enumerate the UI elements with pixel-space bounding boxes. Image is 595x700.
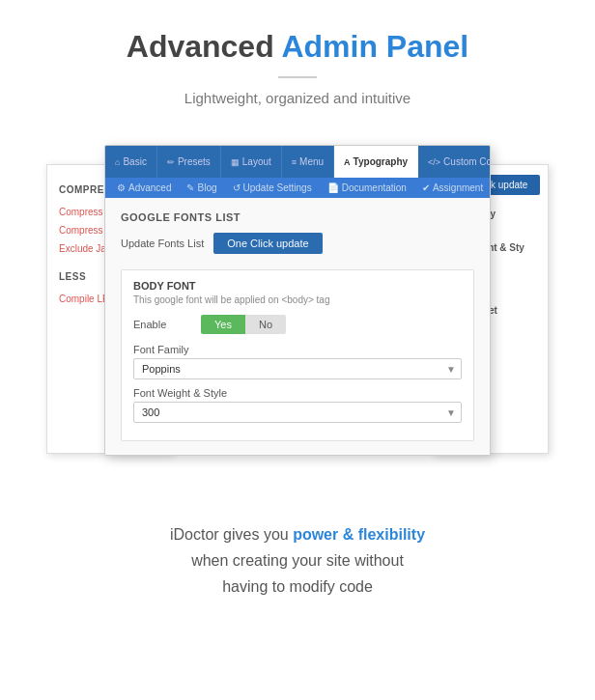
panel-body: GOOGLE FONTS LIST Update Fonts List One … — [105, 198, 490, 455]
bottom-line1-normal: iDoctor gives you — [170, 526, 293, 543]
title-highlight: Admin Panel — [281, 29, 468, 64]
font-family-select[interactable]: Poppins — [133, 358, 462, 379]
tab-advanced[interactable]: ⚙ Advanced — [109, 178, 179, 198]
font-weight-row: Font Weight & Style 300 ▼ — [133, 387, 462, 423]
tab-assignment-label: Assignment — [433, 182, 483, 193]
font-family-row: Font Family Poppins ▼ — [133, 344, 462, 379]
tab-menu[interactable]: ≡ Menu — [282, 146, 334, 178]
bottom-line3: having to modify code — [170, 574, 425, 600]
yes-no-group: Yes No — [201, 315, 286, 334]
subtitle: Lightweight, organized and intuitive — [127, 90, 468, 106]
bottom-line1: iDoctor gives you power & flexibility — [170, 521, 425, 547]
enable-label: Enable — [133, 319, 201, 330]
bottom-text: iDoctor gives you power & flexibility wh… — [151, 502, 444, 630]
bottom-line1-highlight: power & flexibility — [293, 526, 425, 543]
refresh-icon: ↺ — [233, 182, 241, 193]
nav-tabs-top: ⌂ Basic ✏ Presets ▦ Layout ≡ Menu A Typo… — [105, 146, 490, 178]
blog-icon: ✎ — [186, 182, 194, 193]
tab-advanced-label: Advanced — [128, 182, 171, 193]
no-button[interactable]: No — [245, 315, 286, 334]
tab-menu-label: Menu — [299, 156, 324, 167]
menu-icon: ≡ — [292, 157, 297, 167]
font-weight-select[interactable]: 300 — [133, 402, 462, 423]
tab-basic[interactable]: ⌂ Basic — [105, 146, 157, 178]
one-click-update-button[interactable]: One Click update — [213, 233, 322, 254]
tab-update-settings[interactable]: ↺ Update Settings — [225, 178, 320, 198]
doc-icon: 📄 — [327, 182, 339, 193]
tab-typography[interactable]: A Typography — [334, 146, 418, 178]
font-family-select-wrapper: Poppins ▼ — [133, 358, 462, 379]
enable-row: Enable Yes No — [133, 315, 462, 334]
tab-blog-label: Blog — [197, 182, 216, 193]
yes-button[interactable]: Yes — [201, 315, 245, 334]
screenshot-area: COMPRESSION Compress CSS Compress Javasc… — [46, 135, 549, 483]
page-title: Advanced Admin Panel — [127, 29, 468, 65]
tab-typography-label: Typography — [354, 156, 408, 167]
tab-assignment[interactable]: ✔ Assignment — [414, 178, 491, 198]
tab-presets[interactable]: ✏ Presets — [157, 146, 221, 178]
layout-icon: ▦ — [231, 157, 240, 167]
update-fonts-label: Update Fonts List — [121, 238, 204, 249]
tab-custom-code-label: Custom Code — [443, 156, 491, 167]
body-font-section: BODY FONT This google font will be appli… — [121, 269, 474, 441]
tab-layout[interactable]: ▦ Layout — [221, 146, 282, 178]
font-weight-select-wrapper: 300 ▼ — [133, 402, 462, 423]
nav-tabs-second: ⚙ Advanced ✎ Blog ↺ Update Settings 📄 Do… — [105, 178, 490, 198]
divider — [278, 76, 317, 78]
tab-doc-label: Documentation — [342, 182, 407, 193]
tab-layout-label: Layout — [242, 156, 271, 167]
bottom-line2: when creating your site without — [170, 547, 425, 574]
typography-icon: A — [344, 157, 351, 167]
page-header: Advanced Admin Panel Lightweight, organi… — [107, 0, 488, 116]
gear-icon: ⚙ — [117, 182, 126, 193]
google-fonts-heading: GOOGLE FONTS LIST — [121, 211, 474, 223]
main-panel: ⌂ Basic ✏ Presets ▦ Layout ≡ Menu A Typo… — [104, 145, 491, 456]
font-weight-label: Font Weight & Style — [133, 387, 462, 399]
tab-presets-label: Presets — [178, 156, 211, 167]
body-font-title: BODY FONT — [133, 280, 462, 292]
title-normal: Advanced — [127, 29, 282, 64]
check-icon: ✔ — [422, 182, 430, 193]
tab-documentation[interactable]: 📄 Documentation — [320, 178, 414, 198]
tab-basic-label: Basic — [123, 156, 146, 167]
tab-update-label: Update Settings — [243, 182, 312, 193]
home-icon: ⌂ — [115, 157, 120, 167]
body-font-desc: This google font will be applied on <bod… — [133, 294, 462, 305]
font-family-label: Font Family — [133, 344, 462, 355]
tab-custom-code[interactable]: </> Custom Code — [418, 146, 491, 178]
update-row: Update Fonts List One Click update — [121, 233, 474, 254]
tab-blog[interactable]: ✎ Blog — [179, 178, 224, 198]
code-icon: </> — [428, 157, 440, 167]
pencil-icon: ✏ — [167, 157, 175, 167]
